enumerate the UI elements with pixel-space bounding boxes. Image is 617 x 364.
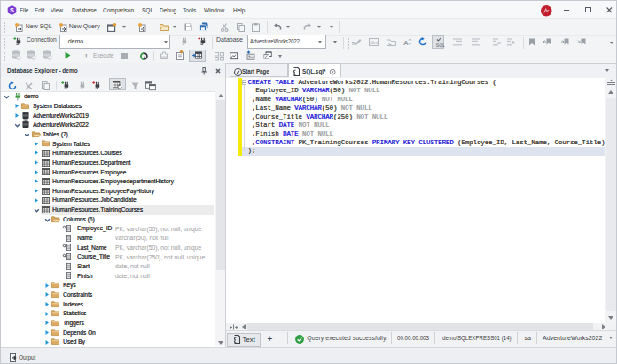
svg-text:S: S [10, 6, 14, 14]
svg-text:=: = [497, 40, 501, 46]
svg-text:dbo: dbo [370, 40, 378, 45]
svg-text:A: A [403, 39, 409, 47]
svg-text:SQL: SQL [435, 42, 444, 47]
